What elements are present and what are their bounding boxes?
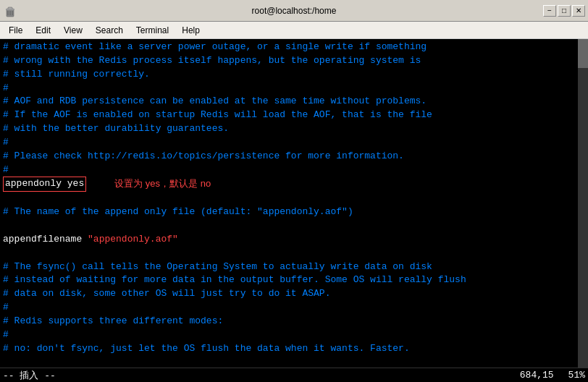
empty-line-1: [3, 192, 585, 205]
line-fsync-6: #: [3, 328, 585, 342]
menu-bar: File Edit View Search Terminal Help: [0, 22, 588, 39]
empty-line-3: [3, 247, 585, 260]
line-4: #: [3, 82, 585, 96]
line-8: #: [3, 136, 585, 150]
menu-terminal[interactable]: Terminal: [130, 24, 175, 37]
line-10: #: [3, 164, 585, 177]
line-1: # dramatic event like a server power out…: [3, 41, 585, 54]
appendonly-command: appendonly yes: [3, 177, 86, 192]
title-buttons[interactable]: − □ ✕: [543, 5, 585, 17]
svg-rect-2: [6, 9, 14, 10]
line-fsync-2: # instead of waiting for more data in th…: [3, 273, 585, 287]
cursor-position: 684,15: [520, 370, 554, 381]
title-bar: root@localhost:/home − □ ✕: [0, 0, 588, 22]
line-5: # AOF and RDB persistence can be enabled…: [3, 95, 585, 109]
line-3: # still running correctly.: [3, 68, 585, 82]
status-mode: -- 插入 --: [3, 369, 520, 382]
menu-file[interactable]: File: [3, 24, 28, 37]
terminal-window: # dramatic event like a server power out…: [0, 39, 588, 382]
appendonly-annotation: 设置为 yes，默认是 no: [114, 177, 211, 191]
appendfilename-line: appendfilename "appendonly.aof": [3, 233, 585, 247]
scroll-percent: 51%: [568, 370, 585, 381]
line-fsync-7: # no: don't fsync, just let the OS flush…: [3, 342, 585, 356]
empty-line-2: [3, 219, 585, 233]
close-button[interactable]: ✕: [572, 5, 585, 17]
line-6: # If the AOF is enabled on startup Redis…: [3, 109, 585, 122]
line-fsync-3: # data on disk, some other OS will just …: [3, 287, 585, 301]
line-appendfilename-comment: # The name of the append only file (defa…: [3, 205, 585, 219]
appendonly-line: appendonly yes 设置为 yes，默认是 no: [3, 177, 585, 192]
maximize-button[interactable]: □: [558, 5, 571, 17]
line-fsync-5: # Redis supports three different modes:: [3, 315, 585, 328]
menu-search[interactable]: Search: [90, 24, 129, 37]
minimize-button[interactable]: −: [543, 5, 556, 17]
status-bar: -- 插入 -- 684,15 51%: [0, 368, 588, 382]
app-icon: [3, 4, 17, 18]
menu-edit[interactable]: Edit: [30, 24, 56, 37]
line-fsync-1: # The fsync() call tells the Operating S…: [3, 260, 585, 274]
window-title: root@localhost:/home: [252, 6, 337, 16]
menu-help[interactable]: Help: [176, 24, 206, 37]
line-7: # with the better durability guarantees.: [3, 122, 585, 136]
scrollbar-thumb[interactable]: [578, 39, 588, 68]
appendonly-annotation-prefix: [86, 177, 114, 191]
title-bar-left: [3, 4, 17, 18]
line-9: # Please check http://redis.io/topics/pe…: [3, 150, 585, 164]
line-fsync-4: #: [3, 301, 585, 315]
status-right: 684,15 51%: [520, 370, 585, 381]
line-2: # wrong with the Redis process itself ha…: [3, 54, 585, 68]
scrollbar[interactable]: [578, 39, 588, 368]
menu-view[interactable]: View: [58, 24, 88, 37]
